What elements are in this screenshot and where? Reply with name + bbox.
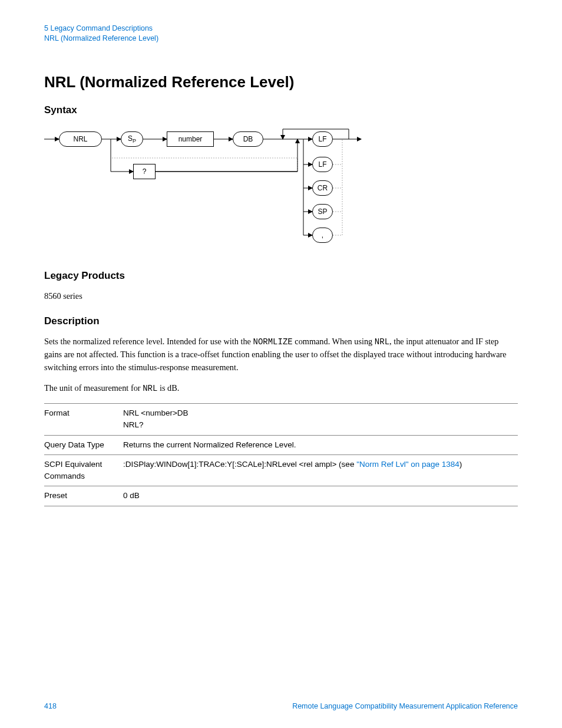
diagram-node-nrl: NRL <box>59 131 102 147</box>
section-syntax: Syntax <box>44 104 518 116</box>
header-chapter: 5 Legacy Command Descriptions <box>44 24 518 34</box>
row-label: Query Data Type <box>44 435 123 454</box>
diagram-node-sp2: SP <box>312 204 333 219</box>
section-description: Description <box>44 315 518 327</box>
section-legacy: Legacy Products <box>44 270 518 282</box>
diagram-node-query: ? <box>133 164 156 179</box>
table-row: SCPI Equivalent Commands :DISPlay:WINDow… <box>44 454 518 486</box>
footer-doc-title: Remote Language Compatibility Measuremen… <box>292 702 518 710</box>
diagram-node-sp: SP <box>121 131 143 147</box>
diagram-node-lf: LF <box>312 131 333 147</box>
header-topic: NRL (Normalized Reference Level) <box>44 34 518 44</box>
row-value: Returns the current Normalized Reference… <box>123 435 518 454</box>
diagram-node-db: DB <box>233 131 263 147</box>
description-p2: The unit of measurement for NRL is dB. <box>44 382 518 395</box>
table-row: Preset 0 dB <box>44 486 518 506</box>
row-label: SCPI Equivalent Commands <box>44 454 123 486</box>
table-row: Format NRL <number>DB NRL? <box>44 404 518 436</box>
diagram-node-number: number <box>167 131 214 147</box>
syntax-diagram: NRL SP number DB ? LF LF CR SP , <box>44 124 362 257</box>
row-value: :DISPlay:WINDow[1]:TRACe:Y[:SCALe]:NRLev… <box>123 454 518 486</box>
table-row: Query Data Type Returns the current Norm… <box>44 435 518 454</box>
cross-reference-link[interactable]: "Norm Ref Lvl" on page 1384 <box>356 460 459 469</box>
page-number: 418 <box>44 702 57 710</box>
row-value: 0 dB <box>123 486 518 506</box>
diagram-node-lf2: LF <box>312 157 333 172</box>
diagram-node-cr: CR <box>312 180 333 196</box>
page-footer: 418 Remote Language Compatibility Measur… <box>44 702 518 710</box>
diagram-node-comma: , <box>312 228 333 243</box>
page-header: 5 Legacy Command Descriptions NRL (Norma… <box>44 24 518 44</box>
page-title: NRL (Normalized Reference Level) <box>44 73 518 91</box>
spec-table: Format NRL <number>DB NRL? Query Data Ty… <box>44 403 518 506</box>
row-label: Format <box>44 404 123 436</box>
row-value: NRL <number>DB NRL? <box>123 404 518 436</box>
legacy-products-text: 8560 series <box>44 290 518 302</box>
description-p1: Sets the normalized reference level. Int… <box>44 335 518 374</box>
row-label: Preset <box>44 486 123 506</box>
